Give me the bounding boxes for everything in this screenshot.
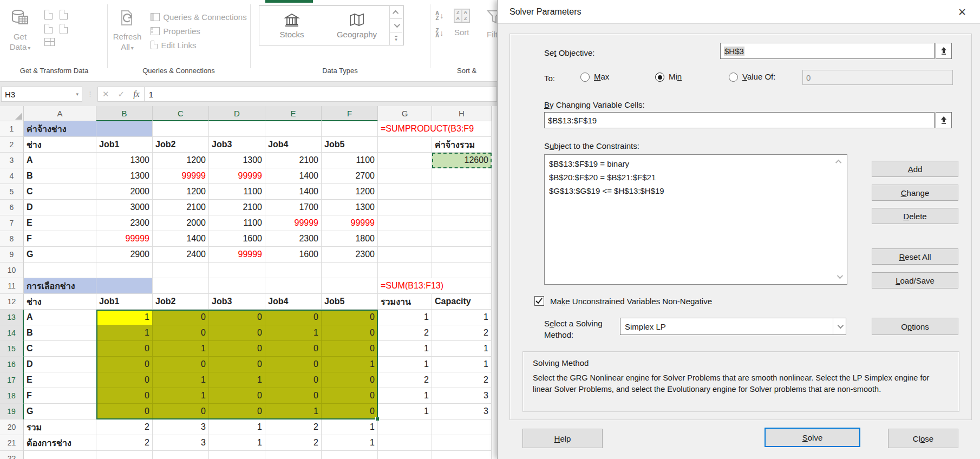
cell-B21[interactable]: 2 (96, 435, 153, 451)
cell-F14[interactable]: 0 (322, 325, 378, 341)
cell-E18[interactable]: 0 (265, 388, 322, 404)
column-header-A[interactable]: A (24, 106, 96, 121)
cell-H21[interactable] (432, 435, 492, 451)
cell-C4[interactable]: 99999 (153, 168, 209, 184)
cell-C14[interactable]: 0 (153, 325, 209, 341)
cell-B1[interactable] (96, 121, 153, 137)
cell-C12[interactable]: Job2 (153, 294, 209, 310)
row-header-21[interactable]: 21 (0, 435, 24, 451)
load-save-button[interactable]: Load/Save (872, 272, 958, 288)
cell-E15[interactable]: 0 (265, 341, 322, 357)
cell-A1[interactable]: ค่าจ้างช่าง (24, 121, 96, 137)
name-box[interactable]: H3 ▾ (1, 87, 82, 102)
cell-E17[interactable]: 0 (265, 372, 322, 388)
cell-C6[interactable]: 2100 (153, 200, 209, 215)
cell-D3[interactable]: 1300 (209, 153, 265, 168)
cell-B18[interactable]: 0 (96, 388, 153, 404)
cell-B4[interactable]: 1300 (96, 168, 153, 184)
existing-connections-icon[interactable] (60, 24, 68, 34)
delete-button[interactable]: Delete (872, 208, 958, 224)
cell-C21[interactable]: 3 (153, 435, 209, 451)
cell-B5[interactable]: 2000 (96, 184, 153, 200)
cell-F18[interactable]: 0 (322, 388, 378, 404)
objective-range-picker-button[interactable] (936, 43, 952, 59)
column-header-B[interactable]: B (96, 106, 153, 121)
cell-D7[interactable]: 1100 (209, 215, 265, 231)
constraint-item[interactable]: $G$13:$G$19 <= $H$13:$H$19 (545, 184, 847, 198)
value-of-input[interactable]: 0 (802, 70, 953, 85)
row-header-16[interactable]: 16 (0, 357, 24, 372)
row-header-19[interactable]: 19 (0, 404, 24, 419)
cell-B3[interactable]: 1300 (96, 153, 153, 168)
cell-C13[interactable]: 0 (153, 310, 209, 325)
column-header-H[interactable]: H (432, 106, 492, 121)
properties-button[interactable]: Properties (151, 24, 246, 38)
cell-G16[interactable]: 1 (378, 357, 432, 372)
cell-B17[interactable]: 0 (96, 372, 153, 388)
cell-A4[interactable]: B (24, 168, 96, 184)
column-header-D[interactable]: D (209, 106, 265, 121)
cell-G7[interactable] (378, 215, 432, 231)
cell-E21[interactable]: 2 (265, 435, 322, 451)
column-header-G[interactable]: G (378, 106, 432, 121)
cell-F3[interactable]: 1100 (322, 153, 378, 168)
cell-D17[interactable]: 1 (209, 372, 265, 388)
stocks-button[interactable]: Stocks (259, 6, 324, 45)
cell-B20[interactable]: 2 (96, 419, 153, 435)
cell-H20[interactable] (432, 419, 492, 435)
cell-F11[interactable] (322, 278, 378, 294)
cell-C9[interactable]: 2400 (153, 247, 209, 263)
cell-A7[interactable]: E (24, 215, 96, 231)
change-button[interactable]: Change (872, 185, 958, 201)
cell-E6[interactable]: 1700 (265, 200, 322, 215)
cell-C15[interactable]: 1 (153, 341, 209, 357)
cell-F17[interactable]: 0 (322, 372, 378, 388)
cell-B11[interactable] (96, 278, 153, 294)
cell-C8[interactable]: 1400 (153, 231, 209, 247)
cell-C1[interactable] (153, 121, 209, 137)
cell-G17[interactable]: 2 (378, 372, 432, 388)
cell-E19[interactable]: 1 (265, 404, 322, 419)
cell-E1[interactable] (265, 121, 322, 137)
cell-F16[interactable]: 1 (322, 357, 378, 372)
cell-G21[interactable] (378, 435, 432, 451)
cell-B15[interactable]: 0 (96, 341, 153, 357)
insert-function-icon[interactable]: fx (133, 89, 140, 99)
value-of-radio[interactable]: Value Of: (729, 72, 775, 82)
cell-H4[interactable] (432, 168, 492, 184)
cell-G19[interactable]: 1 (378, 404, 432, 419)
gallery-more-button[interactable]: ▾ (390, 32, 402, 45)
cell-E10[interactable] (265, 263, 322, 278)
cell-B9[interactable]: 2900 (96, 247, 153, 263)
cell-C17[interactable]: 1 (153, 372, 209, 388)
cell-C22[interactable] (153, 451, 209, 459)
cell-E8[interactable]: 2300 (265, 231, 322, 247)
row-header-18[interactable]: 18 (0, 388, 24, 404)
cell-G22[interactable] (378, 451, 432, 459)
cell-G18[interactable]: 1 (378, 388, 432, 404)
column-header-E[interactable]: E (265, 106, 322, 121)
close-icon[interactable]: ✕ (953, 3, 971, 21)
cell-H10[interactable] (432, 263, 492, 278)
cell-E14[interactable]: 1 (265, 325, 322, 341)
gallery-scroll-up[interactable] (390, 6, 402, 19)
row-header-12[interactable]: 12 (0, 294, 24, 310)
cell-F1[interactable] (322, 121, 378, 137)
cell-D2[interactable]: Job3 (209, 137, 265, 153)
cell-A12[interactable]: ช่าง (24, 294, 96, 310)
scroll-down-icon[interactable] (835, 272, 844, 281)
cell-H16[interactable]: 1 (432, 357, 492, 372)
cell-G14[interactable]: 2 (378, 325, 432, 341)
cell-C19[interactable]: 0 (153, 404, 209, 419)
cell-E4[interactable]: 1400 (265, 168, 322, 184)
column-header-F[interactable]: F (322, 106, 378, 121)
cell-F6[interactable]: 1300 (322, 200, 378, 215)
cell-H7[interactable] (432, 215, 492, 231)
cell-E13[interactable]: 0 (265, 310, 322, 325)
cell-H14[interactable]: 2 (432, 325, 492, 341)
from-web-icon[interactable] (44, 24, 53, 34)
cell-C2[interactable]: Job2 (153, 137, 209, 153)
cell-G6[interactable] (378, 200, 432, 215)
cell-D6[interactable]: 2100 (209, 200, 265, 215)
row-header-7[interactable]: 7 (0, 215, 24, 231)
